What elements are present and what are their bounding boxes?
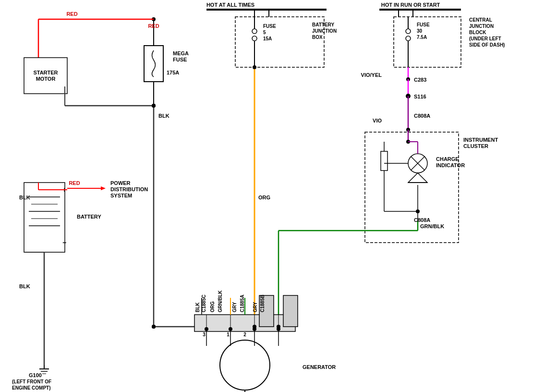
vio-yel-label: VIO/YEL: [361, 72, 382, 78]
battery-label: BATTERY: [77, 214, 101, 220]
junction-label: JUNCTION: [469, 24, 494, 29]
c808a-top-label: C808A: [414, 113, 430, 119]
c1885a-label: C1885A: [240, 294, 245, 312]
svg-point-50: [253, 65, 256, 69]
fuse5-amp-label: 15A: [263, 36, 272, 41]
c1885c-label: C1885C: [201, 294, 206, 312]
org-conn-label: ORG: [210, 301, 215, 312]
mega-fuse-175a-label: 175A: [167, 70, 179, 75]
red-label-megafuse: RED: [148, 23, 159, 29]
blk-conn-label: BLK: [195, 302, 200, 312]
mega-fuse-label2: FUSE: [173, 57, 187, 62]
red-label-top: RED: [66, 11, 77, 17]
hot-in-run-or-start-label: HOT IN RUN OR START: [381, 2, 440, 8]
blk-label-left: BLK: [158, 113, 170, 119]
svg-point-100: [277, 325, 280, 329]
c283-label: C283: [414, 77, 426, 83]
mega-fuse-label: MEGA: [173, 50, 189, 56]
vio-label: VIO: [373, 118, 382, 123]
power-dist-label2: DISTRIBUTION: [110, 186, 148, 192]
grn-blk-label: GRN/BLK: [420, 223, 444, 229]
power-dist-label1: POWER: [110, 180, 131, 186]
pin3-label: 3: [203, 332, 206, 337]
svg-point-87: [229, 327, 232, 331]
under-left-label: (UNDER LEFT: [469, 36, 501, 41]
gry1-label: GRY: [232, 302, 237, 312]
pin1-label: 1: [227, 332, 230, 337]
charge-indicator-label2: INDICATOR: [436, 162, 465, 168]
blk-label-bottom: BLK: [19, 283, 30, 289]
svg-point-14: [406, 36, 411, 41]
svg-point-8: [252, 29, 257, 34]
starter-motor-label: STARTER: [33, 70, 58, 75]
svg-point-94: [220, 340, 270, 390]
side-of-dash-label: SIDE OF DASH): [469, 42, 505, 48]
svg-rect-97: [283, 295, 298, 327]
svg-marker-38: [101, 186, 106, 190]
svg-rect-59: [365, 132, 459, 243]
c1885b-label: C1885B: [260, 294, 265, 312]
instrument-cluster-label1: INSTRUMENT: [463, 137, 498, 143]
s116-label: S116: [414, 94, 426, 99]
svg-point-13: [406, 29, 411, 34]
c808a-bot-label: C808A: [414, 217, 430, 223]
battery-junction-box-label3: BOX: [312, 35, 323, 40]
fuse30-num-label: 30: [417, 28, 423, 34]
blk-label-battery: BLK: [19, 195, 30, 200]
org-label: ORG: [258, 195, 270, 200]
power-dist-label3: SYSTEM: [110, 193, 132, 198]
svg-rect-27: [24, 183, 65, 252]
battery-junction-box-label: BATTERY: [312, 22, 334, 27]
g100-desc1-label: (LEFT FRONT OF: [12, 379, 51, 384]
grn-blk-conn-label: GRN/BLK: [218, 290, 223, 312]
pin2-label: 2: [243, 332, 246, 337]
g100-desc2-label: ENGINE COMPT): [12, 385, 51, 391]
wiring-diagram: + −: [0, 0, 557, 392]
svg-point-48: [152, 104, 156, 108]
svg-point-98: [152, 325, 156, 329]
gry2-label: GRY: [253, 302, 258, 312]
svg-rect-6: [235, 17, 324, 67]
fuse30-label: FUSE: [417, 22, 430, 27]
starter-motor-label2: MOTOR: [36, 76, 56, 82]
fuse5-num-label: 5: [263, 30, 266, 35]
svg-text:−: −: [62, 239, 66, 246]
red-label-battery: RED: [69, 180, 80, 186]
fuse5-label: FUSE: [263, 24, 276, 29]
block-label: BLOCK: [469, 30, 486, 35]
central-label: CENTRAL: [469, 17, 492, 23]
fuse30-amp-label: 7.5A: [417, 35, 427, 40]
hot-at-all-times-label: HOT AT ALL TIMES: [206, 2, 254, 8]
svg-marker-68: [408, 173, 427, 183]
svg-point-86: [205, 327, 208, 331]
generator-label: GENERATOR: [303, 364, 336, 370]
instrument-cluster-label2: CLUSTER: [463, 143, 488, 149]
svg-point-9: [252, 36, 257, 41]
g100-label: G100: [29, 372, 42, 378]
battery-junction-box-label2: JUNCTION: [312, 28, 337, 34]
svg-rect-63: [381, 151, 387, 171]
charge-indicator-label1: CHARGE: [436, 156, 459, 162]
svg-point-99: [253, 325, 256, 329]
